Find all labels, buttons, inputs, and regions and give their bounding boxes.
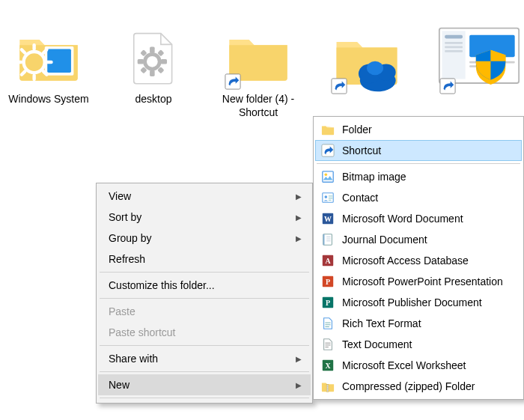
menu-item-customize-folder[interactable]: Customize this folder... [98,275,311,296]
excel-icon: X [321,359,335,372]
menu-separator [317,163,520,164]
journal-icon [321,233,335,246]
submenu-item-label: Microsoft Excel Worksheet [342,359,466,371]
submenu-item-label: Microsoft Access Database [342,255,469,267]
svg-rect-43 [329,200,332,201]
submenu-item-label: Compressed (zipped) Folder [342,380,475,392]
submenu-item-label: Contact [342,192,378,204]
submenu-arrow-icon: ▶ [296,192,302,201]
menu-item-label: Share with [109,353,158,365]
menu-item-view[interactable]: View ▶ [98,186,311,207]
shortcut-icon [321,144,335,157]
menu-separator [100,345,309,346]
context-menu: View ▶ Sort by ▶ Group by ▶ Refresh Cust… [96,183,313,404]
submenu-item-shortcut[interactable]: Shortcut [315,140,522,161]
menu-item-refresh[interactable]: Refresh [98,249,311,270]
folder-shortcut-icon [225,22,292,90]
svg-line-8 [22,71,25,74]
submenu-item-label: Microsoft PowerPoint Presentation [342,276,503,287]
menu-separator [100,298,309,299]
submenu-item-text[interactable]: Text Document [315,334,522,355]
submenu-item-excel[interactable]: X Microsoft Excel Worksheet [315,355,522,376]
svg-text:P: P [326,278,330,286]
submenu-item-contact[interactable]: Contact [315,187,522,208]
menu-item-label: View [109,190,131,202]
svg-point-38 [325,174,328,177]
svg-rect-13 [150,70,155,76]
desktop-item-label: Windows System [0,93,97,106]
menu-item-label: Customize this folder... [109,279,215,291]
contact-icon [321,191,335,204]
menu-item-share-with[interactable]: Share with ▶ [98,348,311,369]
svg-rect-14 [138,59,144,64]
svg-point-24 [367,61,383,75]
word-icon: W [321,212,335,225]
menu-item-label: Paste shortcut [109,326,176,338]
desktop-item-optional-features[interactable] [423,22,524,97]
menu-item-new[interactable]: New ▶ [98,374,311,395]
desktop-item-label: desktop [105,93,202,106]
folder-icon [321,123,335,136]
submenu-arrow-icon: ▶ [296,234,302,243]
menu-item-label: Paste [109,305,135,317]
menu-item-label: Group by [109,232,152,244]
submenu-item-powerpoint[interactable]: P Microsoft PowerPoint Presentation [315,271,522,292]
svg-rect-31 [445,50,463,52]
menu-item-paste: Paste [98,301,311,322]
publisher-icon: P [321,296,335,309]
menu-separator [100,272,309,273]
desktop-item-windows-system[interactable]: Windows System [0,22,97,106]
submenu-item-journal[interactable]: Journal Document [315,229,522,250]
rtf-icon [321,317,335,330]
bitmap-icon [321,170,335,183]
submenu-arrow-icon: ▶ [296,355,302,363]
shortcut-overlay-icon [331,78,347,94]
submenu-item-label: Folder [342,124,372,136]
submenu-item-bitmap[interactable]: Bitmap image [315,166,522,187]
menu-item-sort-by[interactable]: Sort by ▶ [98,207,311,228]
svg-point-40 [325,195,328,198]
settings-window-shield-icon [438,22,520,94]
submenu-item-label: Journal Document [342,234,427,246]
desktop-item-desktop-ini[interactable]: desktop [105,22,202,106]
submenu-item-label: Rich Text Format [342,317,421,329]
svg-rect-37 [323,171,333,182]
menu-item-paste-shortcut: Paste shortcut [98,322,311,343]
powerpoint-icon: P [321,275,335,288]
submenu-item-label: Microsoft Word Document [342,213,463,225]
desktop-item-cloud-folder[interactable] [314,22,419,97]
submenu-item-folder[interactable]: Folder [315,119,522,140]
submenu-item-access[interactable]: A Microsoft Access Database [315,250,522,271]
submenu-arrow-icon: ▶ [296,213,302,222]
submenu-item-label: Shortcut [342,144,381,156]
svg-line-7 [43,49,46,52]
submenu-arrow-icon: ▶ [296,381,302,389]
svg-rect-12 [150,47,155,53]
svg-rect-15 [161,59,167,64]
svg-rect-28 [445,35,463,39]
folder-cloud-shortcut-icon [331,22,403,94]
submenu-item-rtf[interactable]: Rich Text Format [315,313,522,334]
menu-item-label: Sort by [109,211,141,223]
shortcut-overlay-icon [225,73,241,90]
svg-text:P: P [326,299,330,307]
folder-icon [15,22,82,90]
desktop-item-newfolder4-shortcut[interactable]: New folder (4) - Shortcut [210,22,307,119]
svg-line-10 [22,49,25,52]
submenu-item-word[interactable]: W Microsoft Word Document [315,208,522,229]
gear-page-icon [120,22,187,90]
menu-item-group-by[interactable]: Group by ▶ [98,228,311,249]
submenu-item-label: Microsoft Publisher Document [342,296,482,308]
text-icon [321,338,335,351]
svg-rect-29 [445,42,463,44]
menu-item-label: Refresh [109,253,145,265]
svg-line-9 [43,71,46,74]
menu-separator [100,398,309,398]
submenu-item-label: Text Document [342,338,412,350]
submenu-item-publisher[interactable]: P Microsoft Publisher Document [315,292,522,313]
submenu-item-zip[interactable]: Compressed (zipped) Folder [315,376,522,397]
svg-text:W: W [324,215,332,223]
desktop-item-label: New folder (4) - Shortcut [210,93,307,119]
submenu-item-label: Bitmap image [342,171,406,183]
svg-rect-47 [323,234,325,245]
